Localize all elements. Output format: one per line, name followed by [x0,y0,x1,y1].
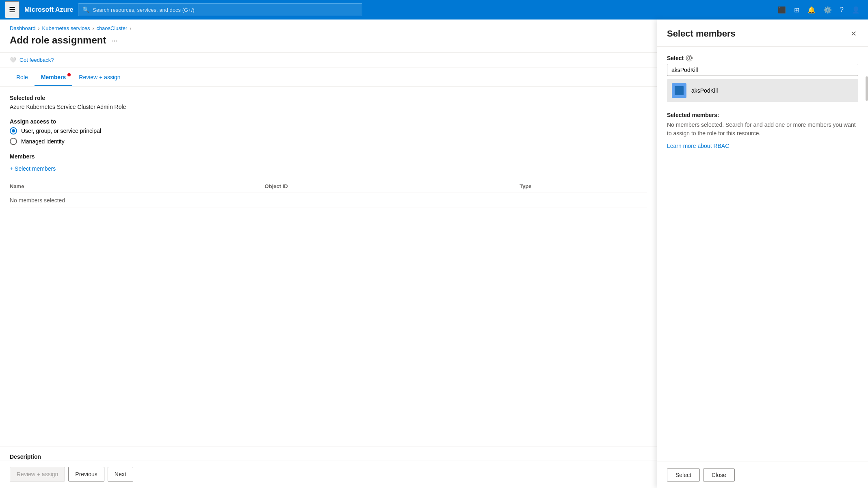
tab-members[interactable]: Members [35,69,72,86]
search-input[interactable] [93,7,358,13]
members-label: Members [10,153,647,160]
feedback-bar[interactable]: 🤍 Got feedback? [0,52,657,67]
select-members-link[interactable]: + Select members [10,165,56,172]
selected-info-text: No members selected. Search for and add … [667,121,858,138]
heart-icon: 🤍 [10,57,16,63]
breadcrumb-dashboard[interactable]: Dashboard [10,25,36,31]
scrollbar [866,76,868,101]
brand-logo: Microsoft Azure [24,6,73,13]
assign-access-label: Assign access to [10,118,647,125]
more-options-icon[interactable]: ··· [111,36,118,45]
radio-managed-identity[interactable]: Managed identity [10,138,647,145]
table-row: No members selected [10,193,647,208]
tab-dot [67,73,71,76]
members-section: Members + Select members [10,153,647,172]
breadcrumb: Dashboard › Kubernetes services › chaosC… [0,20,657,31]
side-panel-footer: Select Close [657,462,868,488]
tab-review-assign[interactable]: Review + assign [72,69,127,86]
topnav-icons: ⬛ ⊞ 🔔 ⚙️ ? 👤 [775,3,863,17]
review-assign-button: Review + assign [10,467,65,481]
row-object-id [265,197,520,204]
help-icon[interactable]: ? [837,3,847,17]
cloud-shell-icon[interactable]: ⊞ [791,3,803,17]
result-name: aksPodKill [691,87,718,94]
account-icon[interactable]: 👤 [849,3,863,17]
select-button[interactable]: Select [667,468,700,481]
col-name: Name [10,183,265,189]
page-title: Add role assignment [10,35,106,46]
search-icon: 🔍 [82,7,89,13]
breadcrumb-sep-1: › [38,26,40,31]
selected-info: Selected members: No members selected. S… [667,112,858,149]
radio-user-group[interactable]: User, group, or service principal [10,127,647,134]
search-bar[interactable]: 🔍 [78,3,362,16]
selected-role-value: Azure Kubernetes Service Cluster Admin R… [10,104,647,110]
tab-role[interactable]: Role [10,69,35,86]
search-result-item[interactable]: aksPodKill [667,79,858,102]
close-button[interactable]: ✕ [849,28,858,40]
side-panel-close-button[interactable]: Close [703,468,735,481]
select-field-label: Select ⓘ [667,55,858,61]
settings-icon[interactable]: ⚙️ [820,3,835,17]
previous-button[interactable]: Previous [68,467,104,481]
side-panel-header: Select members ✕ [657,20,868,47]
side-panel-title: Select members [667,28,736,39]
breadcrumb-sep-2: › [92,26,94,31]
next-button[interactable]: Next [108,467,133,481]
col-object-id: Object ID [265,183,520,189]
selected-info-title: Selected members: [667,112,858,118]
rbac-link[interactable]: Learn more about RBAC [667,143,729,149]
row-name: No members selected [10,197,265,204]
feedback-label: Got feedback? [19,57,54,63]
page-title-area: Add role assignment ··· [0,31,657,52]
bell-icon[interactable]: 🔔 [804,3,819,17]
description-label: Description [0,447,657,460]
breadcrumb-sep-3: › [130,26,131,31]
side-panel-body: Select ⓘ aksPodKill Selected members: No… [657,47,868,462]
table-header: Name Object ID Type [10,180,647,193]
service-principal-icon [675,86,684,95]
side-panel: Select members ✕ Select ⓘ aksPodKill Sel… [657,20,868,488]
bottom-bar: Review + assign Previous Next [0,460,657,488]
result-icon [672,83,686,98]
selected-role-label: Selected role [10,95,647,101]
main-wrapper: Dashboard › Kubernetes services › chaosC… [0,20,868,488]
terminal-icon[interactable]: ⬛ [775,3,789,17]
content-area: Selected role Azure Kubernetes Service C… [0,87,657,447]
col-type: Type [520,183,647,189]
row-type [520,197,647,204]
radio-group: User, group, or service principal Manage… [10,127,647,145]
left-panel: Dashboard › Kubernetes services › chaosC… [0,20,657,488]
tabs-bar: Role Members Review + assign [0,69,657,87]
radio-label-user: User, group, or service principal [21,128,101,134]
radio-circle-user [10,127,17,134]
member-search-input[interactable] [667,64,858,76]
info-icon: ⓘ [686,55,693,61]
radio-label-managed: Managed identity [21,138,65,145]
members-table: Name Object ID Type No members selected [10,180,647,208]
radio-circle-managed [10,138,17,145]
breadcrumb-cluster[interactable]: chaosCluster [96,25,127,31]
top-navigation: ☰ Microsoft Azure 🔍 ⬛ ⊞ 🔔 ⚙️ ? 👤 [0,0,868,20]
hamburger-menu[interactable]: ☰ [5,1,19,18]
breadcrumb-kubernetes[interactable]: Kubernetes services [42,25,90,31]
